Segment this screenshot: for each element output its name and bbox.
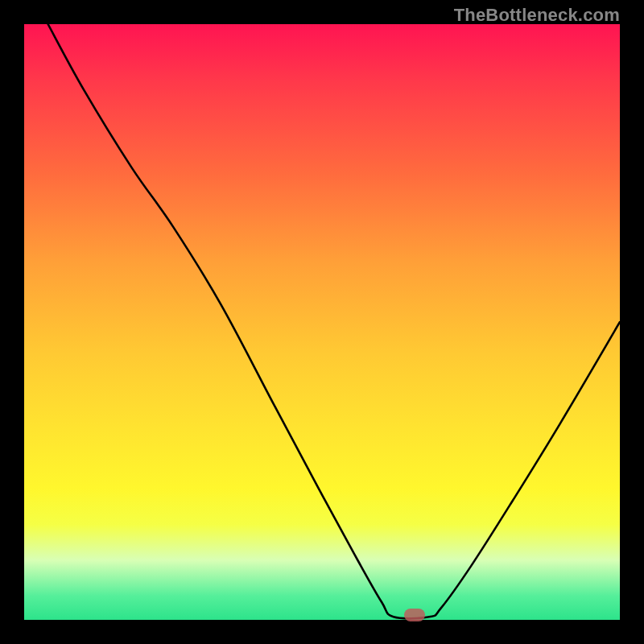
chart-frame: TheBottleneck.com <box>0 0 644 644</box>
watermark-text: TheBottleneck.com <box>454 5 620 26</box>
optimal-point-marker <box>404 609 425 621</box>
bottleneck-curve <box>24 24 620 620</box>
